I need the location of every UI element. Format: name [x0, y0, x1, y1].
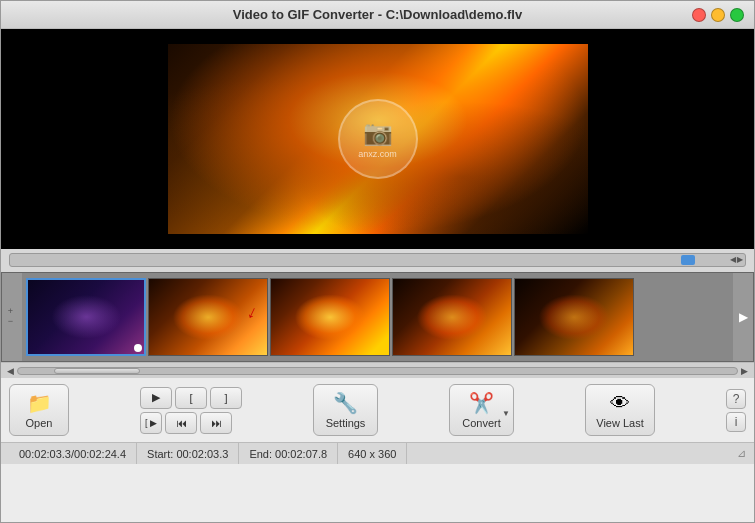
scissors-icon: ✂️	[469, 391, 494, 415]
minimize-button[interactable]	[711, 8, 725, 22]
filmstrip-nav-left[interactable]: + −	[2, 273, 22, 361]
frame-selected-marker	[134, 344, 142, 352]
status-end-section: End: 00:02:07.8	[239, 443, 338, 464]
timeline-progress-indicator	[681, 255, 695, 265]
open-button[interactable]: 📁 Open	[9, 384, 69, 436]
mark-in-button[interactable]: [	[175, 387, 207, 409]
prev-frame-button[interactable]: ⏮	[165, 412, 197, 434]
timeline-right-arrow[interactable]: ▶	[737, 255, 743, 264]
window-controls	[692, 8, 744, 22]
controls-area: 📁 Open ▶ [ ] [ ▶ ⏮ ⏭	[1, 378, 754, 442]
status-resolution-section: 640 x 360	[338, 443, 407, 464]
timeline-left-arrow[interactable]: ◀	[730, 255, 736, 264]
eye-icon: 👁	[610, 392, 630, 415]
timeline-scroll-arrows: ◀ ▶	[730, 255, 743, 264]
side-buttons: ? i	[726, 389, 746, 432]
timeline-bar[interactable]: ◀ ▶	[9, 253, 746, 267]
resize-grip: ⊿	[737, 447, 746, 460]
filmstrip-frame-2[interactable]	[148, 278, 268, 356]
status-start: Start: 00:02:03.3	[147, 448, 228, 460]
close-button[interactable]	[692, 8, 706, 22]
help-button[interactable]: ?	[726, 389, 746, 409]
settings-icon: 🔧	[333, 391, 358, 415]
convert-button-wrapper: ✂️ Convert ▼	[449, 384, 514, 436]
filmstrip-frame-1[interactable]	[26, 278, 146, 356]
convert-dropdown-arrow[interactable]: ▼	[502, 409, 510, 418]
status-resolution: 640 x 360	[348, 448, 396, 460]
filmstrip-frame-5[interactable]	[514, 278, 634, 356]
status-start-section: Start: 00:02:03.3	[137, 443, 239, 464]
mark-out-button[interactable]: ]	[210, 387, 242, 409]
play-in-button[interactable]: [ ▶	[140, 412, 162, 434]
window-title: Video to GIF Converter - C:\Download\dem…	[233, 7, 522, 22]
viewlast-label: View Last	[596, 417, 644, 429]
status-time: 00:02:03.3/00:02:24.4	[19, 448, 126, 460]
convert-label: Convert	[462, 417, 501, 429]
play-button[interactable]: ▶	[140, 387, 172, 409]
next-frame-button[interactable]: ⏭	[200, 412, 232, 434]
info-button[interactable]: i	[726, 412, 746, 432]
filmstrip-frames	[22, 274, 733, 360]
status-end: End: 00:02:07.8	[249, 448, 327, 460]
open-label: Open	[26, 417, 53, 429]
scroll-right-arrow[interactable]: ▶	[741, 366, 748, 376]
scroll-left-arrow[interactable]: ◀	[7, 366, 14, 376]
scrollbar-track[interactable]	[17, 367, 738, 375]
settings-label: Settings	[326, 417, 366, 429]
filmstrip-scrollbar[interactable]: ◀ ▶	[1, 362, 754, 378]
filmstrip-frame-3[interactable]	[270, 278, 390, 356]
title-bar: Video to GIF Converter - C:\Download\dem…	[1, 1, 754, 29]
status-bar: 00:02:03.3/00:02:24.4 Start: 00:02:03.3 …	[1, 442, 754, 464]
folder-icon: 📁	[27, 391, 52, 415]
watermark-icon: 📷	[363, 119, 393, 147]
transport-controls: ▶ [ ] [ ▶ ⏮ ⏭	[140, 387, 242, 434]
settings-button[interactable]: 🔧 Settings	[313, 384, 378, 436]
filmstrip-frame-4[interactable]	[392, 278, 512, 356]
view-last-button[interactable]: 👁 View Last	[585, 384, 655, 436]
main-window: Video to GIF Converter - C:\Download\dem…	[0, 0, 755, 523]
filmstrip-wrapper: + −	[1, 272, 754, 378]
timeline-area: ◀ ▶	[1, 249, 754, 272]
watermark: 📷 anxz.com	[338, 99, 418, 179]
maximize-button[interactable]	[730, 8, 744, 22]
filmstrip-container: + −	[1, 272, 754, 362]
status-time-section: 00:02:03.3/00:02:24.4	[9, 443, 137, 464]
transport-row-1: ▶ [ ]	[140, 387, 242, 409]
transport-row-2: [ ▶ ⏮ ⏭	[140, 412, 242, 434]
scrollbar-thumb	[54, 368, 140, 374]
filmstrip-nav-right[interactable]: ▶	[733, 273, 753, 361]
video-preview-area: 📷 anxz.com	[1, 29, 754, 249]
